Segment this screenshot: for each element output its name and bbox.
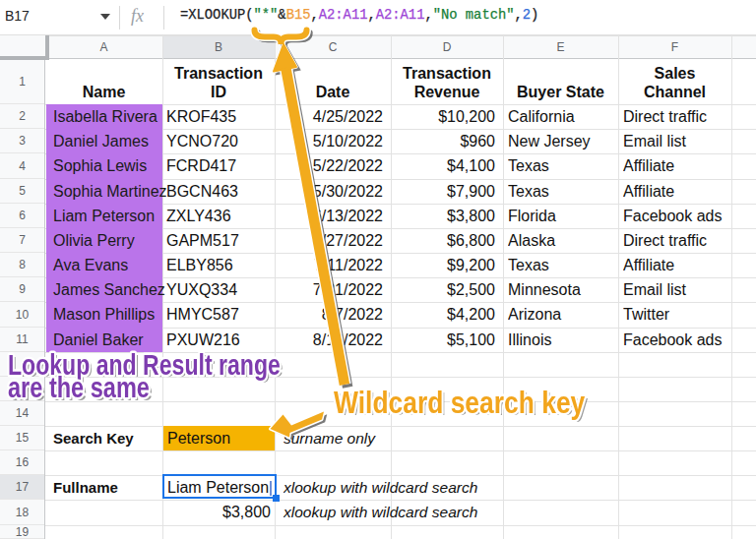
svg-text:Lookup and Result range: Lookup and Result range	[11, 351, 284, 384]
svg-text:Wildcard search key: Wildcard search key	[334, 386, 585, 419]
svg-text:Wildcard search key: Wildcard search key	[337, 388, 588, 421]
